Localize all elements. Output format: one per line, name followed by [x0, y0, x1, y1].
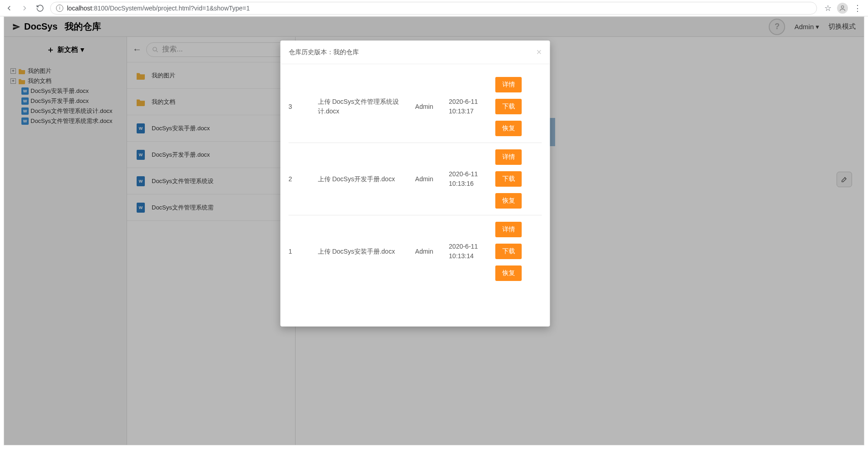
detail-button[interactable]: 详情 — [495, 77, 522, 92]
detail-button[interactable]: 详情 — [495, 149, 522, 165]
nav-back-icon[interactable] — [4, 3, 15, 14]
url-field[interactable]: i localhost:8100/DocSystem/web/project.h… — [50, 2, 817, 15]
browser-chrome: i localhost:8100/DocSystem/web/project.h… — [0, 0, 868, 16]
modal-body[interactable]: 3上传 DocSys文件管理系统设计.docxAdmin2020-6-11 10… — [281, 64, 550, 327]
close-icon[interactable]: × — [536, 47, 542, 57]
history-description: 上传 DocSys安装手册.docx — [318, 247, 409, 256]
nav-reload-icon[interactable] — [35, 3, 46, 14]
download-button[interactable]: 下载 — [495, 99, 522, 114]
history-row: 2上传 DocSys开发手册.docxAdmin2020-6-11 10:13:… — [289, 143, 542, 215]
history-description: 上传 DocSys文件管理系统设计.docx — [318, 97, 409, 116]
history-user: Admin — [415, 175, 443, 183]
history-description: 上传 DocSys开发手册.docx — [318, 174, 409, 184]
kebab-menu-icon[interactable]: ⋮ — [853, 3, 862, 13]
profile-icon[interactable] — [837, 3, 848, 14]
history-user: Admin — [415, 248, 443, 255]
svg-point-0 — [841, 5, 843, 8]
history-index: 2 — [289, 175, 311, 183]
history-time: 2020-6-11 10:13:16 — [449, 169, 489, 189]
site-info-icon[interactable]: i — [56, 5, 63, 12]
restore-button[interactable]: 恢复 — [495, 121, 522, 136]
history-row: 1上传 DocSys安装手册.docxAdmin2020-6-11 10:13:… — [289, 215, 542, 287]
bookmark-star-icon[interactable]: ☆ — [824, 3, 832, 13]
restore-button[interactable]: 恢复 — [495, 193, 522, 209]
download-button[interactable]: 下载 — [495, 244, 522, 259]
history-index: 1 — [289, 248, 311, 255]
nav-forward-icon[interactable] — [19, 3, 30, 14]
history-modal: 仓库历史版本：我的仓库 × 3上传 DocSys文件管理系统设计.docxAdm… — [281, 41, 550, 327]
detail-button[interactable]: 详情 — [495, 222, 522, 237]
history-row: 3上传 DocSys文件管理系统设计.docxAdmin2020-6-11 10… — [289, 71, 542, 143]
download-button[interactable]: 下载 — [495, 171, 522, 187]
modal-title: 仓库历史版本：我的仓库 — [289, 48, 359, 56]
restore-button[interactable]: 恢复 — [495, 265, 522, 281]
history-user: Admin — [415, 103, 443, 110]
history-time: 2020-6-11 10:13:14 — [449, 242, 489, 261]
history-time: 2020-6-11 10:13:17 — [449, 97, 489, 116]
history-index: 3 — [289, 103, 311, 110]
url-text: localhost:8100/DocSystem/web/project.htm… — [67, 5, 250, 12]
